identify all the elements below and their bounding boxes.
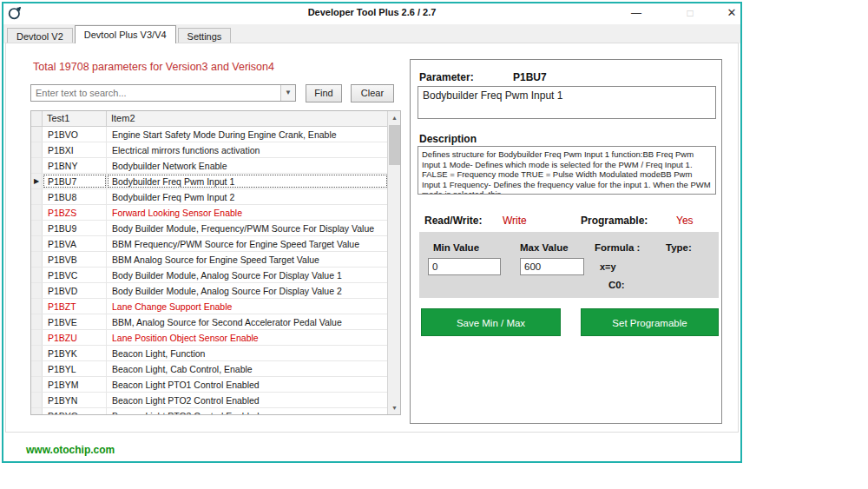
table-row[interactable]: P1BU8Bodybuilder Freq Pwm Input 2 — [31, 189, 388, 205]
tab-settings[interactable]: Settings — [178, 28, 232, 43]
cell-description[interactable]: Forward Looking Sensor Enable — [107, 205, 388, 220]
cell-description[interactable]: Beacon Light, Function — [107, 346, 388, 360]
table-row[interactable]: P1BVDBody Builder Module, Analog Source … — [31, 283, 388, 299]
table-row[interactable]: P1BU9Body Builder Module, Frequency/PWM … — [31, 221, 388, 236]
table-row[interactable]: P1BVCBody Builder Module, Analog Source … — [31, 268, 388, 283]
maximize-button[interactable]: □ — [677, 5, 703, 21]
cell-description[interactable]: Body Builder Module, Frequency/PWM Sourc… — [107, 221, 388, 235]
row-selector[interactable] — [31, 377, 43, 392]
save-min-max-button[interactable]: Save Min / Max — [421, 308, 561, 336]
cell-description[interactable]: BBM Analog Source for Engine Speed Targe… — [107, 252, 388, 267]
cell-code[interactable]: P1BU7 — [43, 174, 107, 188]
find-button[interactable]: Find — [306, 84, 342, 102]
table-row[interactable]: P1BVOEngine Start Safety Mode During Eng… — [31, 127, 388, 142]
cell-code[interactable]: P1BU8 — [43, 189, 107, 204]
table-row[interactable]: P1BZSForward Looking Sensor Enable — [31, 205, 388, 221]
table-row[interactable]: P1BYNBeacon Light PTO2 Control Enabled — [31, 393, 388, 408]
close-button[interactable]: ✕ — [719, 5, 745, 21]
cell-description[interactable]: Bodybuilder Network Enable — [107, 158, 388, 173]
parameter-name-field[interactable]: Bodybuilder Freq Pwm Input 1 — [418, 86, 716, 119]
cell-code[interactable]: P1BYL — [43, 361, 107, 376]
cell-code[interactable]: P1BXI — [43, 142, 107, 157]
table-row[interactable]: P1BZTLane Change Support Enable — [31, 299, 388, 314]
row-selector[interactable] — [31, 189, 43, 204]
cell-description[interactable]: BBM, Analog Source for Second Accelerato… — [107, 314, 388, 329]
tab-devtool-plus-v3v4[interactable]: Devtool Plus V3/V4 — [75, 25, 176, 43]
row-selector[interactable] — [31, 330, 43, 345]
cell-code[interactable]: P1BYK — [43, 346, 107, 360]
table-row[interactable]: P1BVABBM Frequency/PWM Source for Engine… — [31, 236, 388, 252]
cell-code[interactable]: P1BVA — [43, 236, 107, 251]
cell-code[interactable]: P1BU9 — [43, 221, 107, 235]
cell-code[interactable]: P1BNY — [43, 158, 107, 173]
row-selector[interactable] — [31, 299, 43, 314]
row-selector[interactable] — [31, 408, 43, 415]
cell-code[interactable]: P1BYO — [43, 408, 107, 415]
column-header-item2[interactable]: Item2 — [107, 111, 388, 126]
table-row[interactable]: P1BXIElectrical mirrors functions activa… — [31, 142, 388, 158]
cell-description[interactable]: Beacon Light PTO2 Control Enabled — [107, 393, 388, 407]
cell-description[interactable]: Engine Start Safety Mode During Engine C… — [107, 127, 388, 142]
table-row[interactable]: ▶P1BU7Bodybuilder Freq Pwm Input 1 — [31, 174, 388, 189]
row-selector[interactable] — [31, 127, 43, 142]
max-value-input[interactable] — [520, 258, 584, 275]
row-selector[interactable] — [31, 346, 43, 360]
cell-code[interactable]: P1BZU — [43, 330, 107, 345]
table-row[interactable]: P1BVEBBM, Analog Source for Second Accel… — [31, 314, 388, 330]
chevron-down-icon[interactable]: ▼ — [280, 85, 295, 101]
scroll-up-icon[interactable]: ▲ — [388, 111, 401, 124]
scroll-down-icon[interactable]: ▼ — [388, 401, 401, 414]
table-row[interactable]: P1BZULane Position Object Sensor Enable — [31, 330, 388, 346]
cell-code[interactable]: P1BVC — [43, 268, 107, 282]
column-header-test1[interactable]: Test1 — [43, 111, 107, 126]
cell-description[interactable]: Beacon Light PTO3 Control Enabled — [107, 408, 388, 415]
search-input[interactable] — [31, 85, 281, 101]
table-row[interactable]: P1BNYBodybuilder Network Enable — [31, 158, 388, 174]
cell-description[interactable]: Body Builder Module, Analog Source For D… — [107, 268, 388, 282]
clear-button[interactable]: Clear — [351, 84, 394, 102]
table-row[interactable]: P1BVBBBM Analog Source for Engine Speed … — [31, 252, 388, 268]
min-value-input[interactable] — [428, 258, 501, 275]
cell-description[interactable]: Beacon Light, Cab Control, Enable — [107, 361, 388, 376]
table-row[interactable]: P1BYLBeacon Light, Cab Control, Enable — [31, 361, 388, 377]
row-selector[interactable] — [31, 158, 43, 173]
cell-code[interactable]: P1BZS — [43, 205, 107, 220]
tab-devtool-v2[interactable]: Devtool V2 — [7, 28, 73, 43]
cell-code[interactable]: P1BVE — [43, 314, 107, 329]
cell-code[interactable]: P1BVD — [43, 283, 107, 298]
scrollbar-thumb[interactable] — [389, 125, 400, 165]
cell-description[interactable]: Bodybuilder Freq Pwm Input 2 — [107, 189, 388, 204]
row-selector[interactable] — [31, 221, 43, 235]
cell-description[interactable]: Bodybuilder Freq Pwm Input 1 — [107, 174, 388, 188]
description-field[interactable]: Defines structure for Bodybuilder Freq P… — [418, 146, 716, 195]
row-selector[interactable] — [31, 314, 43, 329]
cell-code[interactable]: P1BZT — [43, 299, 107, 314]
cell-description[interactable]: Lane Position Object Sensor Enable — [107, 330, 388, 345]
row-selector[interactable] — [31, 252, 43, 267]
table-scrollbar[interactable]: ▲ ▼ — [387, 111, 400, 414]
cell-description[interactable]: Electrical mirrors functions activation — [107, 142, 388, 157]
cell-description[interactable]: BBM Frequency/PWM Source for Engine Spee… — [107, 236, 388, 251]
row-selector[interactable] — [31, 361, 43, 376]
cell-code[interactable]: P1BYN — [43, 393, 107, 407]
row-selector[interactable] — [31, 268, 43, 282]
cell-description[interactable]: Beacon Light PTO1 Control Enabled — [107, 377, 388, 392]
row-selector[interactable] — [31, 142, 43, 157]
website-link[interactable]: www.otochip.com — [26, 444, 115, 456]
title-bar[interactable]: Developer Tool Plus 2.6 / 2.7 — □ ✕ — [3, 3, 740, 23]
set-programable-button[interactable]: Set Programable — [581, 308, 719, 336]
table-row[interactable]: P1BYMBeacon Light PTO1 Control Enabled — [31, 377, 388, 393]
cell-code[interactable]: P1BYM — [43, 377, 107, 392]
row-selector[interactable] — [31, 205, 43, 220]
row-selector[interactable] — [31, 236, 43, 251]
minimize-button[interactable]: — — [623, 5, 649, 21]
row-selector[interactable] — [31, 393, 43, 407]
cell-description[interactable]: Body Builder Module, Analog Source For D… — [107, 283, 388, 298]
cell-code[interactable]: P1BVB — [43, 252, 107, 267]
table-row[interactable]: P1BYOBeacon Light PTO3 Control Enabled — [31, 408, 388, 415]
current-row-arrow-icon[interactable]: ▶ — [31, 174, 43, 188]
cell-code[interactable]: P1BVO — [43, 127, 107, 142]
table-row[interactable]: P1BYKBeacon Light, Function — [31, 346, 388, 361]
search-combobox[interactable]: ▼ — [30, 84, 296, 102]
cell-description[interactable]: Lane Change Support Enable — [107, 299, 388, 314]
